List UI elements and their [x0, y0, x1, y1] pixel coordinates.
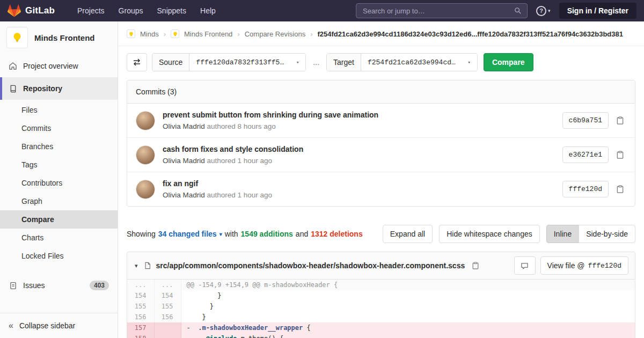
breadcrumb-link-project[interactable]: Minds Frontend [184, 30, 232, 38]
old-line-number[interactable]: 157 [127, 322, 154, 333]
copy-sha-button[interactable] [614, 183, 626, 195]
changed-files-dropdown[interactable]: 34 changed files ▾ [158, 230, 222, 238]
sidebar-item-issues[interactable]: Issues 403 [0, 274, 118, 297]
search-box [356, 3, 528, 18]
repository-icon [9, 85, 17, 93]
toggle-comments-button[interactable] [514, 256, 536, 275]
collapse-diff-icon[interactable]: ▾ [134, 262, 139, 269]
sidebar-item-tags[interactable]: Tags [0, 156, 118, 174]
project-name: Minds Frontend [34, 33, 95, 42]
view-file-label: View file @ [547, 261, 585, 270]
sidebar-item-locked-files[interactable]: Locked Files [0, 247, 118, 265]
commit-sha[interactable]: c6b9a751 [562, 112, 609, 129]
author-avatar[interactable] [136, 180, 155, 199]
old-line-number[interactable]: 156 [127, 312, 154, 322]
sidebar-item-label: Repository [23, 84, 62, 93]
commits-panel: Commits (3) prevent submit button from s… [127, 80, 635, 207]
group-avatar [127, 30, 135, 38]
collapse-icon: « [9, 321, 13, 330]
commit-sha[interactable]: fffe120d [562, 181, 609, 197]
issues-icon [9, 282, 17, 290]
sidebar-item-charts[interactable]: Charts [0, 229, 118, 247]
commit-row: fix an ngif Olivia Madrid authored 1 hou… [127, 172, 635, 206]
commits-panel-header: Commits (3) [127, 80, 635, 104]
sidebar-item-files[interactable]: Files [0, 101, 118, 119]
commit-author[interactable]: Olivia Madrid [163, 157, 205, 165]
source-ref-dropdown[interactable]: fffe120da7832f313ff5… ▾ [189, 54, 305, 71]
copy-sha-button[interactable] [614, 114, 626, 127]
copy-sha-button[interactable] [614, 149, 626, 161]
compare-button[interactable]: Compare [484, 53, 533, 71]
commit-title[interactable]: prevent submit button from shrinking dur… [163, 111, 562, 119]
sidebar-item-compare[interactable]: Compare [0, 210, 118, 229]
commit-author[interactable]: Olivia Madrid [163, 122, 205, 130]
nav-groups[interactable]: Groups [119, 6, 143, 15]
diff-file-panel: ▾ src/app/common/components/shadowbox-he… [127, 252, 635, 338]
breadcrumb-separator-icon: › [164, 30, 166, 38]
project-sidebar: Minds Frontend Project overview Reposito… [0, 21, 118, 338]
commit-title[interactable]: cash form fixes and style consolidation [163, 145, 562, 153]
search-input[interactable] [362, 6, 510, 16]
breadcrumb-current-shas: f254fd21ca62d3e994cd1186d324e03c93d12ed6… [317, 30, 623, 38]
target-label: Target [327, 54, 361, 71]
diff-line-row: 154 154 } [127, 290, 635, 301]
changed-files-count: 34 changed files [158, 230, 217, 238]
issues-count-badge: 403 [90, 281, 109, 290]
sign-in-register-button[interactable]: Sign in / Register [559, 3, 636, 19]
project-header[interactable]: Minds Frontend [0, 21, 118, 55]
nav-snippets[interactable]: Snippets [157, 6, 186, 15]
new-line-number[interactable]: 156 [154, 312, 181, 322]
commit-time: authored 1 hour ago [205, 191, 272, 199]
old-line-number[interactable]: 155 [127, 301, 154, 312]
diff-view-toggle: Inline Side-by-side [546, 225, 635, 243]
help-menu[interactable]: ? ▾ [536, 6, 551, 16]
swap-revisions-button[interactable] [127, 53, 147, 71]
gitlab-logo[interactable]: GitLab [8, 4, 55, 17]
author-avatar[interactable] [136, 145, 155, 165]
commit-author[interactable]: Olivia Madrid [163, 191, 205, 199]
showing-label: Showing [127, 230, 156, 238]
sidebar-item-contributors[interactable]: Contributors [0, 174, 118, 192]
swap-arrows-icon [133, 58, 141, 67]
file-icon [144, 262, 151, 269]
diff-file-path[interactable]: src/app/common/components/shadowbox-head… [156, 261, 465, 270]
sidebar-item-commits[interactable]: Commits [0, 119, 118, 137]
nav-projects[interactable]: Projects [77, 6, 105, 15]
diff-code: } [181, 290, 635, 301]
diff-table: ... ... @@ -154,9 +154,9 @@ m-shadowboxH… [127, 280, 635, 338]
old-line-number[interactable]: 158 [127, 333, 154, 338]
expand-all-button[interactable]: Expand all [383, 225, 433, 243]
hide-whitespace-button[interactable]: Hide whitespace changes [439, 225, 540, 243]
sidebar-item-label: Project overview [23, 62, 78, 70]
author-avatar[interactable] [136, 111, 155, 130]
diff-stats-bar: Showing 34 changed files ▾ with 1549 add… [127, 225, 635, 243]
view-file-sha: fffe120d [588, 262, 621, 270]
new-line-number[interactable] [154, 333, 181, 338]
copy-file-path-button[interactable] [470, 260, 481, 271]
sidebar-item-project-overview[interactable]: Project overview [0, 55, 118, 77]
target-ref-dropdown[interactable]: f254fd21ca62d3e994cd… ▾ [361, 54, 477, 71]
nav-help[interactable]: Help [200, 6, 216, 15]
old-line-number: ... [127, 280, 154, 290]
view-file-button[interactable]: View file @ fffe120d [540, 256, 628, 275]
side-by-side-view-button[interactable]: Side-by-side [579, 225, 635, 243]
breadcrumb-link-minds[interactable]: Minds [140, 30, 159, 38]
search-icon [514, 7, 522, 14]
chevron-down-icon: ▾ [548, 8, 551, 13]
commit-sha[interactable]: e36271e1 [562, 146, 609, 163]
breadcrumb-link-compare-revisions[interactable]: Compare Revisions [245, 30, 305, 38]
new-line-number[interactable]: 154 [154, 290, 181, 301]
sidebar-item-graph[interactable]: Graph [0, 192, 118, 210]
gitlab-logo-text: GitLab [25, 5, 55, 16]
sidebar-item-branches[interactable]: Branches [0, 137, 118, 156]
new-line-number[interactable]: 155 [154, 301, 181, 312]
sidebar-item-repository[interactable]: Repository [0, 77, 118, 100]
caret-down-icon: ▾ [219, 231, 222, 237]
collapse-sidebar-button[interactable]: « Collapse sidebar [0, 313, 118, 338]
commit-title[interactable]: fix an ngif [163, 179, 562, 188]
new-line-number[interactable] [154, 322, 181, 333]
old-line-number[interactable]: 154 [127, 290, 154, 301]
project-avatar-small [171, 30, 179, 38]
target-ref-group: Target f254fd21ca62d3e994cd… ▾ [326, 53, 478, 71]
inline-view-button[interactable]: Inline [546, 225, 579, 243]
